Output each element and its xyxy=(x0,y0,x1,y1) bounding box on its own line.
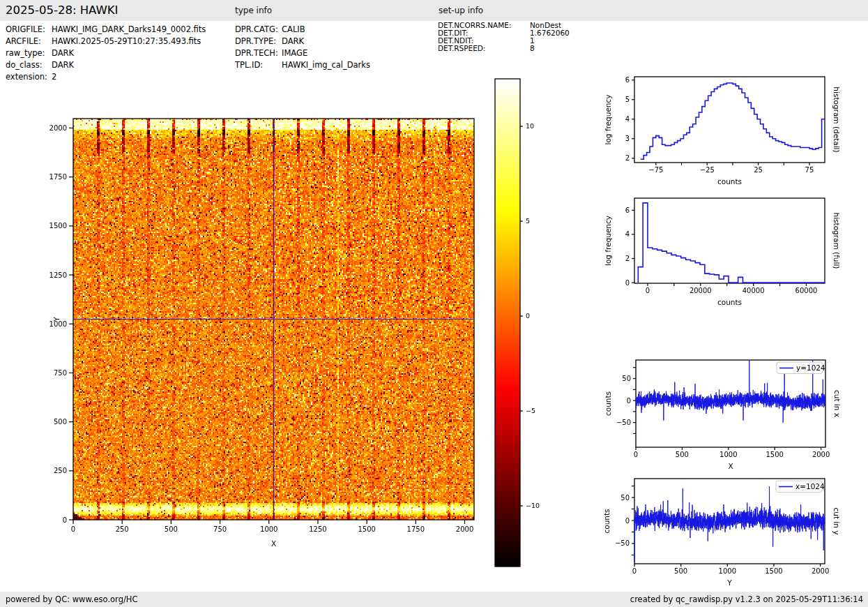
x-tick-label: 1000 xyxy=(719,567,736,575)
right-axis-label: histogram (detail) xyxy=(832,87,841,152)
series-line xyxy=(636,360,825,423)
x-tick-label: 500 xyxy=(165,525,178,533)
y-tick-label: 2 xyxy=(625,154,630,162)
series-line xyxy=(638,203,833,283)
x-tick-label: 500 xyxy=(674,567,687,575)
x-tick-label: 1500 xyxy=(358,525,375,533)
x-tick-label: 1750 xyxy=(407,525,425,533)
meta-label: do_class: xyxy=(6,59,52,71)
meta-row: DPR.TYPE:DARK xyxy=(235,36,370,47)
meta-row: TPL.ID:HAWKI_img_cal_Darks xyxy=(235,59,370,71)
y-axis-label: counts xyxy=(602,509,611,533)
meta-row: raw_type:DARK xyxy=(6,47,206,59)
y-tick-label: −50 xyxy=(615,539,630,547)
x-tick-label: 0 xyxy=(632,567,637,575)
axes-frame xyxy=(634,198,825,283)
right-axis-label: histogram (full) xyxy=(832,213,841,269)
legend-box xyxy=(776,481,822,493)
meta-label: DPR.TYPE: xyxy=(235,36,282,47)
x-tick-label: 0 xyxy=(634,451,638,458)
page-title: 2025-05-28: HAWKI xyxy=(6,0,119,21)
y-tick-label: 1250 xyxy=(50,271,67,279)
series-line xyxy=(641,83,825,159)
colorbar-tick-label: −5 xyxy=(526,407,535,414)
x-tick-label: 25 xyxy=(754,166,763,174)
meta-label: DET.RSPEED: xyxy=(438,45,530,52)
y-tick-label: 5 xyxy=(625,96,630,103)
y-tick-label: 50 xyxy=(622,375,631,382)
meta-value: DARK xyxy=(52,60,74,70)
meta-value: 2 xyxy=(52,72,56,82)
footer-bar: powered by QC: www.eso.org/HC created by… xyxy=(0,592,868,607)
y-axis-label: Y xyxy=(52,317,61,322)
meta-value: CALIB xyxy=(282,24,305,34)
y-tick-label: 50 xyxy=(620,494,630,502)
meta-value: 1.6762060 xyxy=(530,29,570,37)
meta-row: do_class:DARK xyxy=(6,59,206,71)
colorbar-tick-label: −10 xyxy=(526,502,540,509)
x-tick-label: 1500 xyxy=(766,451,783,458)
axes-frame xyxy=(634,479,825,564)
x-axis-label: counts xyxy=(717,298,742,306)
header-bar: 2025-05-28: HAWKI type info set-up info xyxy=(0,0,868,21)
legend-box xyxy=(777,362,823,374)
x-axis-label: counts xyxy=(717,177,742,186)
x-tick-label: 750 xyxy=(213,525,227,533)
x-tick-label: 1000 xyxy=(719,451,737,458)
meta-row: extension:2 xyxy=(6,71,206,83)
y-tick-label: 2 xyxy=(625,255,630,262)
y-axis-label: counts xyxy=(604,391,612,416)
x-tick-label: 1250 xyxy=(309,525,326,533)
y-tick-label: 0 xyxy=(625,279,630,287)
meta-label: DPR.CATG: xyxy=(235,24,282,36)
y-tick-label: 3 xyxy=(625,135,630,142)
y-tick-label: 250 xyxy=(54,467,67,474)
x-tick-label: 60000 xyxy=(795,287,818,294)
colorbar-canvas xyxy=(495,79,520,567)
axes-frame xyxy=(636,360,825,447)
meta-label: DPR.TECH: xyxy=(235,47,282,59)
y-tick-label: 6 xyxy=(625,76,630,84)
footer-right-text: created by qc_rawdisp.py v1.2.3 on 2025-… xyxy=(630,592,863,607)
meta-value: HAWKI.2025-05-29T10:27:35.493.fits xyxy=(52,36,201,46)
x-tick-label: 1000 xyxy=(260,525,277,533)
meta-value: HAWKI_IMG_DARK_Darks149_0002.fits xyxy=(52,24,206,34)
y-tick-label: −50 xyxy=(616,419,631,426)
y-tick-label: 0 xyxy=(625,517,630,525)
meta-row: DPR.TECH:IMAGE xyxy=(235,47,370,59)
x-tick-label: 2000 xyxy=(812,567,829,575)
y-tick-label: 4 xyxy=(625,230,630,238)
x-axis-label: X xyxy=(271,539,276,548)
x-tick-label: −25 xyxy=(700,166,715,174)
x-tick-label: −75 xyxy=(648,166,663,174)
y-tick-label: 1750 xyxy=(50,173,67,181)
axes-frame xyxy=(634,77,825,163)
x-tick-label: 75 xyxy=(805,166,814,174)
legend-label: x=1024 xyxy=(795,482,825,490)
y-axis-label: log frequency xyxy=(604,94,612,144)
type-info-heading: type info xyxy=(235,0,272,21)
x-tick-label: 500 xyxy=(676,451,689,458)
meta-row: ARCFILE:HAWKI.2025-05-29T10:27:35.493.fi… xyxy=(6,36,206,47)
setup-info-block: DET.NCORRS.NAME:NonDest DET.DIT:1.676206… xyxy=(438,22,570,52)
x-tick-label: 0 xyxy=(646,287,650,294)
legend-label: y=1024 xyxy=(796,364,825,372)
footer-left-text: powered by QC: www.eso.org/HC xyxy=(6,592,137,607)
y-axis-label: log frequency xyxy=(604,216,612,266)
qc-report-page: 2025-05-28: HAWKI type info set-up info … xyxy=(0,0,868,607)
meta-row: ORIGFILE:HAWKI_IMG_DARK_Darks149_0002.fi… xyxy=(6,24,206,36)
meta-label: raw_type: xyxy=(6,47,52,59)
meta-label: ARCFILE: xyxy=(6,36,52,47)
raw-image-canvas xyxy=(73,119,474,520)
meta-row: DPR.CATG:CALIB xyxy=(235,24,370,36)
type-info-block: DPR.CATG:CALIB DPR.TYPE:DARK DPR.TECH:IM… xyxy=(235,24,370,71)
meta-value: DARK xyxy=(282,36,304,46)
meta-value: IMAGE xyxy=(282,48,307,58)
file-info-block: ORIGFILE:HAWKI_IMG_DARK_Darks149_0002.fi… xyxy=(6,24,206,83)
meta-label: ORIGFILE: xyxy=(6,24,52,36)
colorbar-tick-label: 0 xyxy=(526,312,530,320)
y-tick-label: 0 xyxy=(63,516,67,524)
x-tick-label: 2000 xyxy=(456,525,473,533)
x-tick-label: 1500 xyxy=(765,567,782,575)
y-tick-label: 1500 xyxy=(50,222,67,230)
